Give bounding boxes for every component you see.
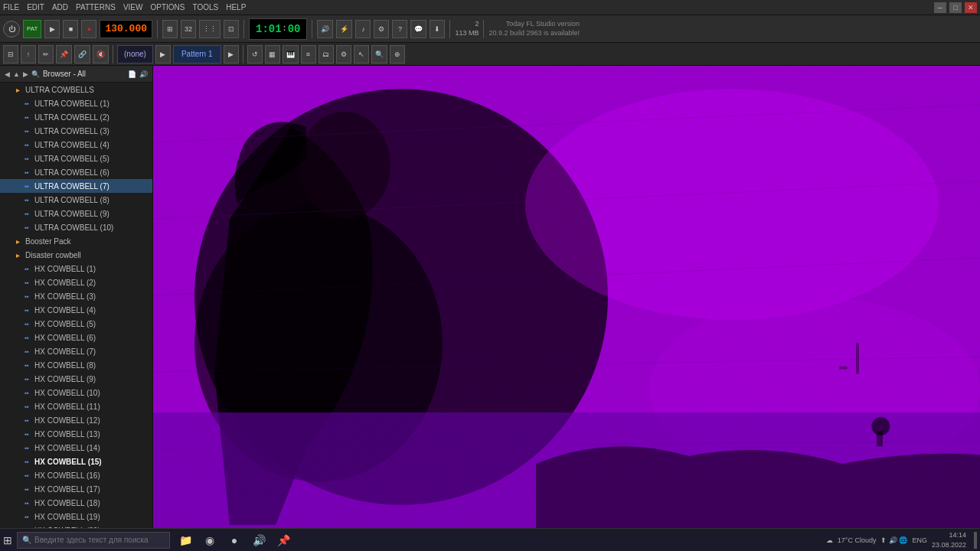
browser-search-icon[interactable]: 🔍	[31, 70, 40, 78]
browser-item-hx-cowbell-5[interactable]: ▪▪HX COWBELL (5)	[0, 317, 152, 331]
menu-view[interactable]: VIEW	[123, 3, 143, 11]
browser-item-hx-cowbell-15[interactable]: ▪▪HX COWBELL (15)	[0, 455, 152, 468]
separator-3	[312, 20, 312, 38]
show-desktop-btn[interactable]	[974, 532, 977, 549]
browser-item-hx-cowbell-1[interactable]: ▪▪HX COWBELL (1)	[0, 262, 152, 276]
browser-nav-up[interactable]: ▲	[13, 70, 20, 78]
main-area: ◀ ▲ ▶ 🔍 Browser - All 📄 🔊 ▸ULTRA COWBELL…	[0, 66, 980, 528]
browser-item-hx-cowbell-12[interactable]: ▪▪HX COWBELL (12)	[0, 413, 152, 427]
browser-item-ultra-cowbell-6[interactable]: ▪▪ULTRA COWBELL (6)	[0, 165, 152, 179]
pattern-expand[interactable]: ▶	[224, 45, 239, 64]
download-btn[interactable]: ⬇	[430, 20, 445, 38]
browser-item-ultra-cowbell-8[interactable]: ▪▪ULTRA COWBELL (8)	[0, 193, 152, 207]
taskbar-app-chrome[interactable]: ◉	[199, 531, 220, 549]
menu-help[interactable]: HELP	[226, 3, 246, 11]
pencil-icon[interactable]: ✏	[38, 45, 54, 64]
settings-btn[interactable]: ⚙	[374, 20, 389, 38]
record-mode-btn[interactable]: ⊡	[224, 20, 239, 38]
play-button[interactable]: ▶	[44, 20, 60, 38]
menu-add[interactable]: ADD	[52, 3, 68, 11]
zoom-tool[interactable]: 🔍	[371, 45, 387, 64]
none-selector[interactable]: (none)	[117, 45, 153, 64]
browser-item-hx-cowbell-16[interactable]: ▪▪HX COWBELL (16)	[0, 468, 152, 482]
taskbar-app-explorer[interactable]: 📁	[175, 531, 196, 549]
browser-item-ultra-cowbell-4[interactable]: ▪▪ULTRA COWBELL (4)	[0, 138, 152, 152]
browser-item-ultra-cowbell-2[interactable]: ▪▪ULTRA COWBELL (2)	[0, 110, 152, 124]
browser-item-hx-cowbell-11[interactable]: ▪▪HX COWBELL (11)	[0, 399, 152, 413]
browser-item-hx-cowbell-9[interactable]: ▪▪HX COWBELL (9)	[0, 372, 152, 386]
power-button[interactable]: ⏻	[3, 21, 20, 37]
menu-options[interactable]: OPTIONS	[150, 3, 185, 11]
browser-item-ultra-cowbells-folder[interactable]: ▸ULTRA COWBELLS	[0, 83, 152, 96]
browser-icon[interactable]: 🗂	[318, 45, 334, 64]
browser-item-ultra-cowbell-9[interactable]: ▪▪ULTRA COWBELL (9)	[0, 207, 152, 220]
browser-item-ultra-cowbell-1[interactable]: ▪▪ULTRA COWBELL (1)	[0, 96, 152, 110]
help-icon[interactable]: ?	[392, 20, 407, 38]
mixer-icon[interactable]: ≡	[301, 45, 316, 64]
browser-item-hx-cowbell-19[interactable]: ▪▪HX COWBELL (19)	[0, 510, 152, 523]
browser-item-booster-pack[interactable]: ▸Booster Pack	[0, 234, 152, 248]
taskbar-app-pin[interactable]: 📌	[273, 531, 294, 549]
cursor-icon[interactable]: ↑	[21, 45, 36, 64]
snap-button[interactable]: ⊞	[162, 20, 178, 38]
browser-nav-fwd[interactable]: ▶	[23, 70, 28, 78]
record-button[interactable]: ●	[81, 20, 96, 38]
channel-expand[interactable]: ▶	[155, 45, 171, 64]
browser-item-label: HX COWBELL (10)	[34, 389, 100, 397]
start-button[interactable]: ⊞	[3, 534, 12, 546]
browser-item-hx-cowbell-4[interactable]: ▪▪HX COWBELL (4)	[0, 303, 152, 317]
arrange-btn[interactable]: ▦	[265, 45, 280, 64]
channel-rack-btn[interactable]: ⚙	[336, 45, 351, 64]
minimize-button[interactable]: ─	[934, 2, 946, 13]
snap-icon[interactable]: ⊟	[3, 45, 18, 64]
browser-item-ultra-cowbell-10[interactable]: ▪▪ULTRA COWBELL (10)	[0, 220, 152, 234]
browser-item-hx-cowbell-2[interactable]: ▪▪HX COWBELL (2)	[0, 276, 152, 289]
browser-item-hx-cowbell-8[interactable]: ▪▪HX COWBELL (8)	[0, 358, 152, 372]
browser-icon-btn[interactable]: 📄	[128, 70, 136, 78]
sep-t2-1	[113, 45, 113, 64]
menu-edit[interactable]: EDIT	[27, 3, 44, 11]
search-input[interactable]	[34, 536, 157, 544]
chat-btn[interactable]: 💬	[410, 20, 426, 38]
browser-item-ultra-cowbell-7[interactable]: ▪▪ULTRA COWBELL (7)	[0, 179, 152, 193]
browser-speaker-icon[interactable]: 🔊	[139, 70, 148, 78]
menu-tools[interactable]: TOOLS	[192, 3, 218, 11]
menu-file[interactable]: FILE	[3, 3, 19, 11]
loop-btn[interactable]: ↺	[247, 45, 263, 64]
browser-item-ultra-cowbell-5[interactable]: ▪▪ULTRA COWBELL (5)	[0, 152, 152, 165]
taskbar-app-media[interactable]: 🔊	[248, 531, 270, 549]
taskbar-search[interactable]: 🔍	[17, 532, 170, 549]
browser-item-hx-cowbell-18[interactable]: ▪▪HX COWBELL (18)	[0, 496, 152, 510]
piano-roll-btn[interactable]: 🎹	[283, 45, 299, 64]
browser-item-disaster-cowbell[interactable]: ▸Disaster cowbell	[0, 248, 152, 262]
stop-button[interactable]: ■	[63, 20, 78, 38]
browser-item-hx-cowbell-10[interactable]: ▪▪HX COWBELL (10)	[0, 386, 152, 399]
menu-patterns[interactable]: PATTERNS	[76, 3, 116, 11]
step-display[interactable]: 32	[181, 20, 196, 38]
midi-btn[interactable]: ♪	[355, 20, 371, 38]
plugin-btn[interactable]: ⊕	[390, 45, 405, 64]
pattern-selector[interactable]: Pattern 1	[173, 45, 221, 64]
taskbar-app-discord[interactable]: ●	[224, 531, 245, 549]
update-notice[interactable]: Today FL Studio version 20.9.2 build 296…	[488, 20, 580, 37]
browser-item-hx-cowbell-6[interactable]: ▪▪HX COWBELL (6)	[0, 331, 152, 344]
select-tool[interactable]: ↖	[354, 45, 369, 64]
browser-item-ultra-cowbell-3[interactable]: ▪▪ULTRA COWBELL (3)	[0, 124, 152, 138]
pattern-mode-btn[interactable]: PAT	[23, 20, 41, 38]
mute-icon[interactable]: 🔇	[93, 45, 109, 64]
browser-item-hx-cowbell-3[interactable]: ▪▪HX COWBELL (3)	[0, 289, 152, 303]
bpm-display[interactable]: 130.000	[100, 20, 152, 38]
folder-icon: ▸	[12, 236, 23, 246]
maximize-button[interactable]: □	[949, 2, 962, 13]
browser-item-hx-cowbell-17[interactable]: ▪▪HX COWBELL (17)	[0, 482, 152, 496]
link-icon[interactable]: 🔗	[74, 45, 90, 64]
browser-item-hx-cowbell-14[interactable]: ▪▪HX COWBELL (14)	[0, 441, 152, 455]
close-button[interactable]: ✕	[965, 2, 977, 13]
canvas-area[interactable]	[153, 66, 980, 528]
mixer-btn[interactable]: 🔊	[317, 20, 333, 38]
browser-item-hx-cowbell-13[interactable]: ▪▪HX COWBELL (13)	[0, 427, 152, 441]
step-edit-button[interactable]: ⋮⋮	[199, 20, 220, 38]
pin-icon[interactable]: 📌	[56, 45, 72, 64]
browser-nav-back[interactable]: ◀	[5, 70, 10, 78]
browser-item-hx-cowbell-7[interactable]: ▪▪HX COWBELL (7)	[0, 344, 152, 358]
